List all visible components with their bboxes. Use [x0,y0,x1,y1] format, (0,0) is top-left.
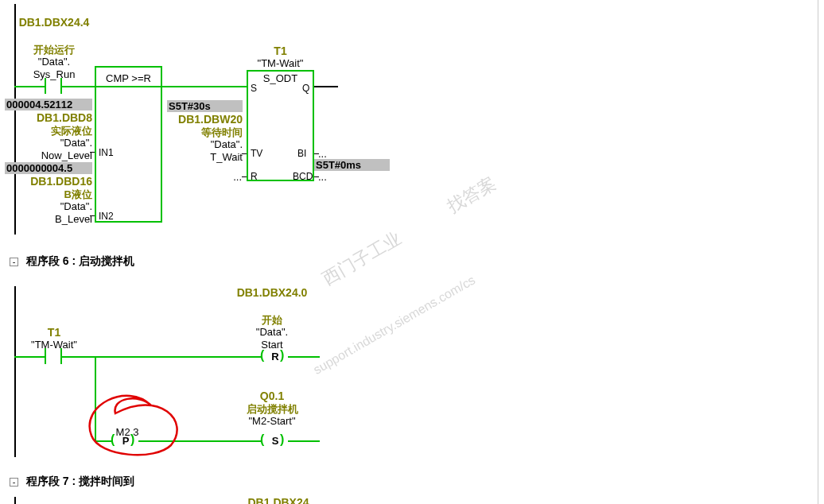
wire-rail-to-contact [14,86,45,87]
timer-tv-sym2: T_Wait [167,151,243,163]
r-connector [242,176,247,177]
timer-s-pin: S [251,83,257,94]
n6-contact-sym: "TM-Wait" [16,339,92,351]
timer-bcd-pin: BCD [293,171,313,182]
n6-r-out [288,356,320,358]
section7-header[interactable]: - 程序段 7 : 搅拌时间到 [10,475,134,489]
n6-branch-to-p [95,440,112,442]
cmp-in1-sym1: "Data". [5,137,92,149]
cmp-title: CMP >=R [95,72,162,84]
n6-contact-to-branch [60,356,95,358]
n6-p-coil-open: ( [111,432,115,447]
n6-s-coil-open: ( [260,432,264,447]
cmp-in2-addr: DB1.DBD16 [5,175,92,188]
contact1-left [45,78,46,94]
cmp-in2-sym2: B_Level [5,213,92,225]
collapse-icon-7[interactable]: - [10,478,18,487]
bi-connector [314,153,319,154]
n6-branch-vert [95,356,96,442]
n6-p-to-s [138,440,262,442]
cmp-divider [95,86,162,87]
n6-s-addr: Q0.1 [232,390,312,402]
timer-r-pin: R [251,171,258,182]
collapse-icon[interactable]: - [10,258,18,266]
timer-tv-addr: DB1.DBW20 [167,113,243,126]
timer-r-in: ... [223,171,242,183]
watermark-2: 找答案 [443,172,500,219]
in2-connector [90,215,95,216]
cmp-in1-addr: DB1.DBD8 [5,111,92,124]
cmp-in2-pin: IN2 [99,211,114,222]
q-out-wire [314,86,338,87]
tv-connector [242,153,247,154]
timer-q-pin: Q [302,83,309,94]
n6-rail-to-contact [14,356,45,358]
bcd-connector [314,176,319,177]
wire-contact-to-cmp [60,86,95,87]
timer-name: T1 [247,45,314,57]
cmp-in2-sym1: "Data". [5,200,92,212]
n6-r-sym1: "Data". [232,326,312,338]
right-divider [818,0,818,504]
in1-connector [90,152,95,153]
cmp-in1-pin: IN1 [99,147,114,158]
timer-bi-pin: BI [297,148,306,159]
n6-s-out [288,440,320,442]
section7-title: 程序段 7 : 搅拌时间到 [26,475,134,487]
n6-s-coil-close: ) [280,432,284,447]
network7-rail [14,497,16,504]
watermark-3: support.industry.siemens.com/cs [311,273,478,377]
cmp-in1-sym2: Now_Level [5,149,92,161]
wire-cmp-to-timer [162,86,247,87]
contact1-addr: DB1.DBX24.4 [16,16,92,29]
n6-r-sym2: Start [232,339,312,351]
n6-contact-left [45,348,46,364]
n6-p-coil-close: ) [130,432,134,447]
timer-tv-pin: TV [251,148,262,159]
section6-header[interactable]: - 程序段 6 : 启动搅拌机 [10,254,134,269]
n6-branch-upper [95,356,262,358]
network7-peek: DB1.DBX24 [239,496,318,504]
timer-tv-sym1: "Data". [167,138,243,150]
contact1-sym2: Sys_Run [16,68,92,80]
network6-rail [14,286,16,457]
n6-r-addr: DB1.DBX24.0 [232,286,312,299]
watermark-1: 西门子工业 [318,227,406,291]
timer-q-val: S5T#0ms [314,159,390,171]
cmp-in1-val: 000004.52112 [5,99,92,110]
timer-sym: "TM-Wait" [247,57,314,69]
cmp-in2-val: 0000000004.5 [5,162,92,174]
timer-bcd-out: ... [318,171,342,183]
timer-bi-out: ... [318,148,342,160]
cmp-block [95,66,162,223]
n6-s-sym: "M2-Start" [232,415,312,427]
contact1-sym1: "Data". [16,56,92,68]
timer-tv-val: S5T#30s [167,100,243,112]
section6-title: 程序段 6 : 启动搅拌机 [26,254,134,267]
n6-contact-name: T1 [16,326,92,339]
